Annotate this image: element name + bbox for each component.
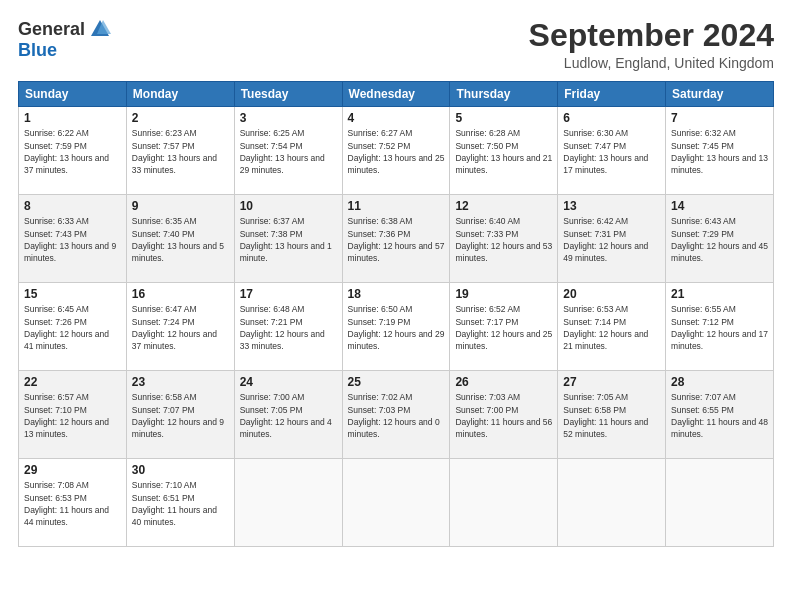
calendar-cell: 28 Sunrise: 7:07 AMSunset: 6:55 PMDaylig… [666, 371, 774, 459]
day-info: Sunrise: 6:27 AMSunset: 7:52 PMDaylight:… [348, 128, 445, 175]
calendar-cell: 8 Sunrise: 6:33 AMSunset: 7:43 PMDayligh… [19, 195, 127, 283]
calendar-cell: 5 Sunrise: 6:28 AMSunset: 7:50 PMDayligh… [450, 107, 558, 195]
calendar-cell: 18 Sunrise: 6:50 AMSunset: 7:19 PMDaylig… [342, 283, 450, 371]
calendar-cell: 30 Sunrise: 7:10 AMSunset: 6:51 PMDaylig… [126, 459, 234, 547]
day-info: Sunrise: 6:53 AMSunset: 7:14 PMDaylight:… [563, 304, 648, 351]
calendar-cell: 17 Sunrise: 6:48 AMSunset: 7:21 PMDaylig… [234, 283, 342, 371]
calendar-weekday-header: Saturday [666, 82, 774, 107]
calendar-cell [234, 459, 342, 547]
calendar-cell: 23 Sunrise: 6:58 AMSunset: 7:07 PMDaylig… [126, 371, 234, 459]
day-info: Sunrise: 7:08 AMSunset: 6:53 PMDaylight:… [24, 480, 109, 527]
calendar-cell [450, 459, 558, 547]
day-info: Sunrise: 6:50 AMSunset: 7:19 PMDaylight:… [348, 304, 445, 351]
day-number: 17 [240, 287, 337, 301]
calendar-weekday-header: Friday [558, 82, 666, 107]
location: Ludlow, England, United Kingdom [529, 55, 774, 71]
day-info: Sunrise: 7:07 AMSunset: 6:55 PMDaylight:… [671, 392, 768, 439]
calendar-weekday-header: Wednesday [342, 82, 450, 107]
calendar-cell: 11 Sunrise: 6:38 AMSunset: 7:36 PMDaylig… [342, 195, 450, 283]
day-number: 11 [348, 199, 445, 213]
day-number: 6 [563, 111, 660, 125]
day-number: 3 [240, 111, 337, 125]
calendar-cell: 3 Sunrise: 6:25 AMSunset: 7:54 PMDayligh… [234, 107, 342, 195]
month-title: September 2024 [529, 18, 774, 53]
calendar-weekday-header: Thursday [450, 82, 558, 107]
day-number: 9 [132, 199, 229, 213]
day-number: 4 [348, 111, 445, 125]
calendar-cell: 7 Sunrise: 6:32 AMSunset: 7:45 PMDayligh… [666, 107, 774, 195]
day-number: 30 [132, 463, 229, 477]
day-info: Sunrise: 6:25 AMSunset: 7:54 PMDaylight:… [240, 128, 325, 175]
calendar-cell: 12 Sunrise: 6:40 AMSunset: 7:33 PMDaylig… [450, 195, 558, 283]
day-info: Sunrise: 6:52 AMSunset: 7:17 PMDaylight:… [455, 304, 552, 351]
day-number: 16 [132, 287, 229, 301]
day-info: Sunrise: 6:55 AMSunset: 7:12 PMDaylight:… [671, 304, 768, 351]
day-number: 20 [563, 287, 660, 301]
day-number: 26 [455, 375, 552, 389]
calendar-week-row: 29 Sunrise: 7:08 AMSunset: 6:53 PMDaylig… [19, 459, 774, 547]
calendar-weekday-header: Tuesday [234, 82, 342, 107]
day-number: 12 [455, 199, 552, 213]
calendar-cell: 13 Sunrise: 6:42 AMSunset: 7:31 PMDaylig… [558, 195, 666, 283]
day-info: Sunrise: 6:33 AMSunset: 7:43 PMDaylight:… [24, 216, 116, 263]
day-number: 19 [455, 287, 552, 301]
calendar-week-row: 8 Sunrise: 6:33 AMSunset: 7:43 PMDayligh… [19, 195, 774, 283]
day-number: 1 [24, 111, 121, 125]
calendar-cell: 24 Sunrise: 7:00 AMSunset: 7:05 PMDaylig… [234, 371, 342, 459]
day-info: Sunrise: 6:35 AMSunset: 7:40 PMDaylight:… [132, 216, 224, 263]
day-info: Sunrise: 6:58 AMSunset: 7:07 PMDaylight:… [132, 392, 224, 439]
day-info: Sunrise: 6:43 AMSunset: 7:29 PMDaylight:… [671, 216, 768, 263]
day-info: Sunrise: 6:42 AMSunset: 7:31 PMDaylight:… [563, 216, 648, 263]
day-info: Sunrise: 6:48 AMSunset: 7:21 PMDaylight:… [240, 304, 325, 351]
calendar-cell: 19 Sunrise: 6:52 AMSunset: 7:17 PMDaylig… [450, 283, 558, 371]
calendar-cell: 6 Sunrise: 6:30 AMSunset: 7:47 PMDayligh… [558, 107, 666, 195]
day-info: Sunrise: 6:57 AMSunset: 7:10 PMDaylight:… [24, 392, 109, 439]
calendar-cell: 27 Sunrise: 7:05 AMSunset: 6:58 PMDaylig… [558, 371, 666, 459]
day-info: Sunrise: 6:22 AMSunset: 7:59 PMDaylight:… [24, 128, 109, 175]
day-info: Sunrise: 7:03 AMSunset: 7:00 PMDaylight:… [455, 392, 552, 439]
calendar-cell: 14 Sunrise: 6:43 AMSunset: 7:29 PMDaylig… [666, 195, 774, 283]
calendar-cell: 29 Sunrise: 7:08 AMSunset: 6:53 PMDaylig… [19, 459, 127, 547]
day-info: Sunrise: 7:02 AMSunset: 7:03 PMDaylight:… [348, 392, 440, 439]
calendar-cell: 22 Sunrise: 6:57 AMSunset: 7:10 PMDaylig… [19, 371, 127, 459]
logo-blue-text: Blue [18, 40, 57, 61]
calendar-cell: 21 Sunrise: 6:55 AMSunset: 7:12 PMDaylig… [666, 283, 774, 371]
day-info: Sunrise: 7:05 AMSunset: 6:58 PMDaylight:… [563, 392, 648, 439]
calendar-cell: 2 Sunrise: 6:23 AMSunset: 7:57 PMDayligh… [126, 107, 234, 195]
calendar-cell: 15 Sunrise: 6:45 AMSunset: 7:26 PMDaylig… [19, 283, 127, 371]
logo-general-text: General [18, 19, 85, 40]
calendar-week-row: 1 Sunrise: 6:22 AMSunset: 7:59 PMDayligh… [19, 107, 774, 195]
day-info: Sunrise: 6:47 AMSunset: 7:24 PMDaylight:… [132, 304, 217, 351]
day-info: Sunrise: 6:30 AMSunset: 7:47 PMDaylight:… [563, 128, 648, 175]
calendar-cell: 25 Sunrise: 7:02 AMSunset: 7:03 PMDaylig… [342, 371, 450, 459]
calendar-weekday-header: Monday [126, 82, 234, 107]
title-block: September 2024 Ludlow, England, United K… [529, 18, 774, 71]
day-info: Sunrise: 6:40 AMSunset: 7:33 PMDaylight:… [455, 216, 552, 263]
day-number: 13 [563, 199, 660, 213]
day-number: 7 [671, 111, 768, 125]
day-number: 28 [671, 375, 768, 389]
calendar-cell: 10 Sunrise: 6:37 AMSunset: 7:38 PMDaylig… [234, 195, 342, 283]
calendar-cell: 26 Sunrise: 7:03 AMSunset: 7:00 PMDaylig… [450, 371, 558, 459]
calendar-week-row: 22 Sunrise: 6:57 AMSunset: 7:10 PMDaylig… [19, 371, 774, 459]
calendar-cell: 20 Sunrise: 6:53 AMSunset: 7:14 PMDaylig… [558, 283, 666, 371]
calendar-cell: 4 Sunrise: 6:27 AMSunset: 7:52 PMDayligh… [342, 107, 450, 195]
logo-icon [89, 18, 111, 40]
calendar-weekday-header: Sunday [19, 82, 127, 107]
day-number: 25 [348, 375, 445, 389]
day-info: Sunrise: 7:10 AMSunset: 6:51 PMDaylight:… [132, 480, 217, 527]
calendar-cell: 9 Sunrise: 6:35 AMSunset: 7:40 PMDayligh… [126, 195, 234, 283]
day-number: 21 [671, 287, 768, 301]
day-number: 10 [240, 199, 337, 213]
logo: General Blue [18, 18, 111, 61]
day-info: Sunrise: 6:37 AMSunset: 7:38 PMDaylight:… [240, 216, 332, 263]
day-number: 18 [348, 287, 445, 301]
day-number: 5 [455, 111, 552, 125]
day-number: 24 [240, 375, 337, 389]
header: General Blue September 2024 Ludlow, Engl… [18, 18, 774, 71]
day-number: 27 [563, 375, 660, 389]
calendar-cell [342, 459, 450, 547]
calendar-cell: 16 Sunrise: 6:47 AMSunset: 7:24 PMDaylig… [126, 283, 234, 371]
day-number: 29 [24, 463, 121, 477]
day-number: 22 [24, 375, 121, 389]
